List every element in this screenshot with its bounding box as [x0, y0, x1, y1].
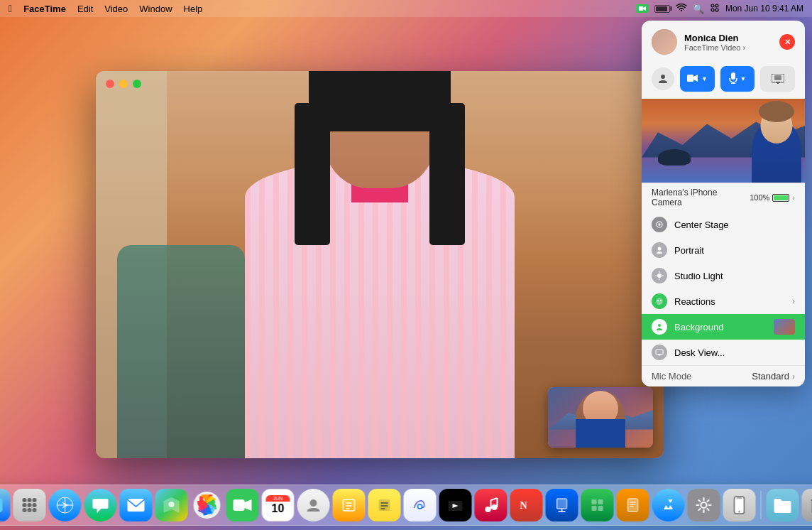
mic-mode-row[interactable]: Mic Mode Standard › — [642, 365, 805, 386]
contact-subtitle[interactable]: FaceTime Video › — [684, 43, 772, 52]
studio-light-item[interactable]: Studio Light — [642, 263, 805, 288]
menubar-app-name[interactable]: FaceTime — [23, 4, 66, 14]
svg-marker-52 — [245, 499, 252, 511]
facetime-menubar-icon[interactable] — [636, 4, 649, 13]
video-preview — [642, 99, 805, 183]
svg-point-40 — [33, 503, 37, 507]
facetime-window — [96, 71, 664, 458]
svg-point-2 — [711, 4, 714, 7]
dock-iphone-mirroring[interactable] — [723, 489, 756, 521]
person-button[interactable] — [652, 67, 674, 90]
svg-point-3 — [715, 4, 718, 7]
mic-mode-label: Mic Mode — [652, 371, 752, 382]
menubar-window[interactable]: Window — [139, 4, 172, 14]
camera-chevron[interactable]: › — [792, 193, 795, 202]
menubar-help[interactable]: Help — [184, 4, 203, 14]
svg-point-37 — [33, 498, 37, 502]
background-label: Background — [674, 322, 767, 332]
contact-avatar — [652, 29, 677, 55]
wifi-icon[interactable] — [676, 4, 687, 14]
svg-rect-76 — [592, 506, 597, 511]
menubar:  FaceTime Edit Video Window Help — [0, 0, 812, 17]
svg-point-26 — [660, 300, 662, 301]
center-stage-icon — [652, 217, 667, 232]
svg-rect-13 — [774, 75, 781, 80]
dock-safari[interactable] — [49, 489, 82, 521]
reactions-chevron: › — [792, 296, 795, 306]
svg-point-25 — [657, 300, 659, 301]
control-center-icon[interactable] — [710, 3, 720, 15]
dock-messages[interactable] — [84, 489, 117, 521]
spotlight-icon[interactable]: 🔍 — [693, 4, 704, 14]
menubar-right: 🔍 Mon Jun 10 9:41 AM — [636, 3, 803, 15]
dock-finder[interactable] — [0, 489, 11, 521]
svg-marker-8 — [693, 75, 698, 82]
svg-point-43 — [33, 508, 37, 512]
svg-point-5 — [715, 9, 718, 11]
battery-info: 100% — [750, 193, 789, 202]
svg-rect-71 — [557, 499, 567, 509]
background-item[interactable]: Background — [642, 314, 805, 340]
mic-icon — [729, 72, 737, 86]
minimize-button[interactable] — [119, 80, 128, 88]
svg-point-65 — [485, 507, 491, 512]
control-buttons-row: ▼ ▼ — [642, 62, 805, 99]
svg-point-19 — [657, 274, 662, 278]
dock-notes[interactable] — [368, 489, 401, 521]
dock-numbers[interactable] — [581, 489, 614, 521]
battery-fill — [774, 195, 788, 200]
background-icon — [652, 319, 667, 335]
dock-appstore[interactable] — [652, 489, 685, 521]
panel-header: Monica Dien FaceTime Video › ✕ — [642, 21, 805, 62]
dock-calendar[interactable]: JUN 10 — [262, 489, 295, 521]
mic-mode-value: Standard — [752, 371, 789, 382]
dock-trash[interactable] — [802, 489, 813, 521]
center-stage-item[interactable]: Center Stage — [642, 212, 805, 237]
dock-appletv[interactable] — [439, 489, 472, 521]
dock-settings[interactable] — [688, 489, 720, 521]
svg-point-27 — [658, 324, 661, 327]
svg-rect-28 — [656, 350, 663, 355]
portrait-item[interactable]: Portrait — [642, 237, 805, 263]
window-controls — [106, 80, 141, 88]
dock-music[interactable] — [475, 489, 508, 521]
end-call-button[interactable]: ✕ — [779, 34, 795, 50]
dock-keynote[interactable] — [546, 489, 578, 521]
maximize-button[interactable] — [133, 80, 141, 88]
dock-contacts[interactable] — [297, 489, 330, 521]
svg-point-18 — [658, 247, 662, 251]
reactions-label: Reactions — [674, 296, 785, 307]
reactions-item[interactable]: Reactions › — [642, 288, 805, 314]
dock-reminders[interactable] — [333, 489, 366, 521]
pip-window — [548, 387, 653, 448]
dock-news[interactable]: N — [510, 489, 543, 521]
mic-dropdown-arrow[interactable]: ▼ — [740, 75, 747, 82]
video-dropdown-arrow[interactable]: ▼ — [701, 75, 708, 82]
menubar-left:  FaceTime Edit Video Window Help — [9, 3, 202, 14]
video-button[interactable]: ▼ — [680, 66, 715, 92]
menubar-edit[interactable]: Edit — [77, 4, 93, 14]
apple-menu[interactable]:  — [9, 3, 12, 14]
dock-maps[interactable] — [155, 489, 188, 521]
mic-button[interactable]: ▼ — [720, 66, 755, 92]
desk-view-icon — [652, 345, 667, 360]
dock-folder[interactable] — [767, 489, 799, 521]
desk-view-item[interactable]: Desk View... — [642, 340, 805, 365]
reactions-icon — [652, 293, 667, 309]
camera-name: Marlena's iPhone Camera — [652, 188, 750, 207]
dock-pages[interactable] — [617, 489, 649, 521]
menubar-video[interactable]: Video — [104, 4, 128, 14]
dock-separator — [761, 491, 762, 519]
video-icon — [687, 73, 698, 85]
control-panel: Monica Dien FaceTime Video › ✕ ▼ ▼ — [642, 21, 805, 386]
dock-launchpad[interactable] — [13, 489, 46, 521]
svg-point-4 — [711, 9, 714, 11]
dock-mail[interactable] — [120, 489, 153, 521]
close-button[interactable] — [106, 80, 114, 88]
screen-share-button[interactable] — [760, 66, 795, 92]
svg-line-68 — [491, 498, 498, 500]
svg-rect-51 — [234, 499, 245, 511]
dock-photos[interactable] — [191, 489, 224, 521]
dock-freeform[interactable] — [404, 489, 437, 521]
dock-facetime[interactable] — [226, 489, 259, 521]
